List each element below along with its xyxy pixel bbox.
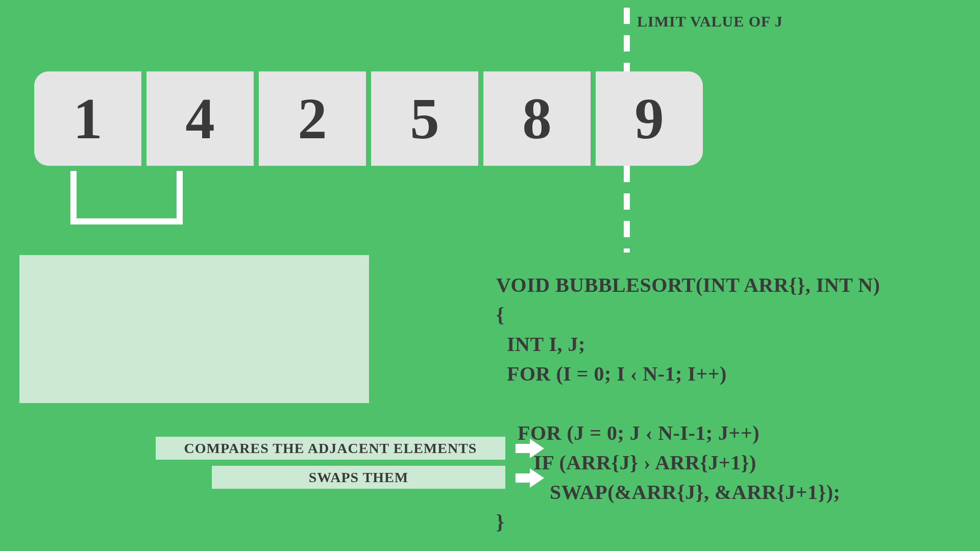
array-cell: 1 xyxy=(34,71,141,166)
limit-marker-top xyxy=(624,8,630,71)
placeholder-panel xyxy=(19,255,369,403)
array-cell: 2 xyxy=(259,71,366,166)
code-line: FOR (J = 0; J ‹ N-I-1; J++) xyxy=(496,421,760,444)
array-row: 1 4 2 5 8 9 xyxy=(34,71,703,166)
code-line: { xyxy=(496,303,504,326)
code-block: VOID BUBBLESORT(INT ARR{}, INT N) { INT … xyxy=(496,270,880,537)
comparison-bracket xyxy=(70,171,183,224)
limit-label: LIMIT VALUE OF J xyxy=(637,13,783,30)
annotation-swap: SWAPS THEM xyxy=(212,466,505,489)
array-cell: 8 xyxy=(483,71,591,166)
annotation-compare: COMPARES THE ADJACENT ELEMENTS xyxy=(156,437,505,460)
array-cell: 4 xyxy=(146,71,254,166)
code-line: INT I, J; xyxy=(496,333,585,356)
array-cell: 5 xyxy=(371,71,478,166)
code-line: IF (ARR{J} › ARR{J+1}) xyxy=(496,451,756,474)
array-cell: 9 xyxy=(596,71,703,166)
code-line: VOID BUBBLESORT(INT ARR{}, INT N) xyxy=(496,273,880,296)
code-line: FOR (I = 0; I ‹ N-1; I++) xyxy=(496,362,727,385)
code-line: } xyxy=(496,510,504,533)
limit-marker-bottom xyxy=(624,166,630,253)
code-line: SWAP(&ARR{J}, &ARR{J+1}); xyxy=(496,481,840,504)
